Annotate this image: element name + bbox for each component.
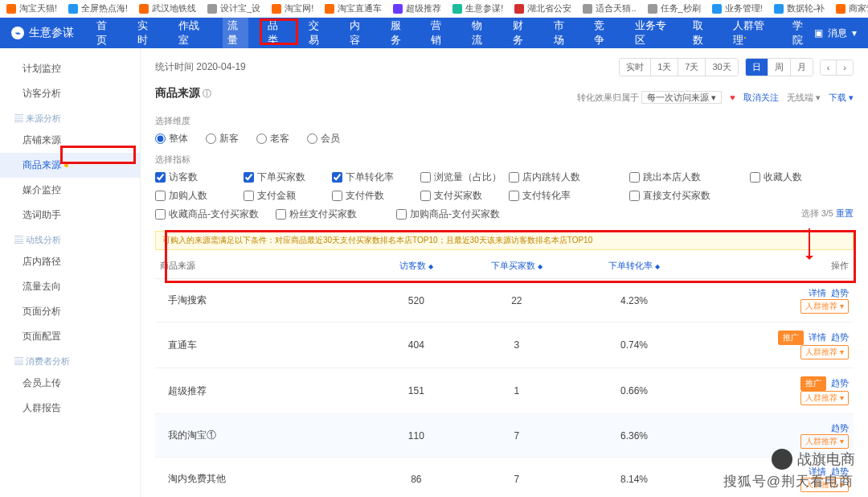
table-row: 手淘搜索 520 22 4.23% 详情趋势人群推荐 ▾ xyxy=(155,279,854,322)
metric-check[interactable]: 粉丝支付买家数 xyxy=(276,207,396,221)
metric-check[interactable]: 收藏人数 xyxy=(750,170,838,184)
dim-radio[interactable]: 老客 xyxy=(256,132,289,146)
sidebar-group: ▤ 来源分析 xyxy=(0,106,140,128)
ops-cell: 推广趋势人群推荐 ▾ xyxy=(693,368,854,414)
sidebar-item[interactable]: 页面分析 xyxy=(0,299,140,324)
app-logo: ⌁ 生意参谋 xyxy=(11,26,74,40)
crowd-button[interactable]: 人群推荐 ▾ xyxy=(800,434,849,449)
sidebar-item[interactable]: 会员上传 xyxy=(0,371,140,396)
table-row: 我的淘宝① 110 7 6.36% 趋势人群推荐 ▾ xyxy=(155,414,854,458)
top-right[interactable]: ▣ 消息 ▾ xyxy=(814,27,857,40)
metric-check[interactable]: 访客数 xyxy=(155,170,244,184)
sidebar-item[interactable]: 页面配置 xyxy=(0,324,140,349)
metric-label: 选择指标 xyxy=(155,154,854,166)
sidebar-item[interactable]: 人群报告 xyxy=(0,396,140,421)
watermark-top: 战旗电商 xyxy=(772,449,855,470)
visitors-cell: 404 xyxy=(375,322,458,368)
op-link[interactable]: 趋势 xyxy=(831,288,849,298)
time-range-seg[interactable]: 实时1天7天30天 xyxy=(619,58,739,76)
buyers-cell: 3 xyxy=(458,322,575,368)
dim-radios[interactable]: 整体新客老客会员 xyxy=(155,132,854,146)
metric-check[interactable]: 店内跳转人数 xyxy=(509,170,629,184)
sidebar: 计划监控访客分析▤ 来源分析店铺来源商品来源媒介监控选词助手▤ 动线分析店内路径… xyxy=(0,48,141,497)
highlight-arrow xyxy=(809,228,810,259)
table-row: 超级推荐 151 1 0.66% 推广趋势人群推荐 ▾ xyxy=(155,368,854,414)
buyers-cell: 22 xyxy=(458,279,575,322)
metric-check[interactable]: 支付买家数 xyxy=(420,189,509,203)
metric-check[interactable]: 加购人数 xyxy=(155,189,244,203)
metric-check[interactable]: 直接支付买家数 xyxy=(629,189,750,203)
promo-button[interactable]: 推广 xyxy=(778,331,804,345)
metric-checks[interactable]: 访客数下单买家数下单转化率浏览量（占比）店内跳转人数跳出本店人数收藏人数加购人数… xyxy=(155,170,854,226)
op-link[interactable]: 详情 xyxy=(809,332,826,342)
metric-check[interactable]: 收藏商品-支付买家数 xyxy=(155,207,276,221)
op-link[interactable]: 趋势 xyxy=(831,378,849,388)
nav-item[interactable]: 首页 xyxy=(92,10,118,55)
highlight-box-nav xyxy=(260,18,298,45)
bookmark[interactable]: 商家营销中 xyxy=(836,2,868,14)
dim-radio[interactable]: 整体 xyxy=(155,132,188,146)
visitors-cell: 151 xyxy=(375,368,458,414)
logo-icon: ⌁ xyxy=(11,27,24,39)
rate-cell: 8.14% xyxy=(575,458,693,498)
src-cell: 淘内免费其他 xyxy=(155,458,375,498)
crowd-button[interactable]: 人群推荐 ▾ xyxy=(800,391,849,405)
buyers-cell: 7 xyxy=(458,414,575,458)
dim-label: 选择维度 xyxy=(155,115,854,127)
watermark-bottom: 搜狐号@荆天看电商 xyxy=(723,472,854,491)
metric-check[interactable]: 支付件数 xyxy=(332,189,420,203)
sidebar-item[interactable]: 媒介监控 xyxy=(0,178,140,203)
metric-check[interactable]: 浏览量（占比） xyxy=(420,170,509,184)
ops-cell: 推广详情趋势人群推荐 ▾ xyxy=(693,322,854,368)
sidebar-item[interactable]: 计划监控 xyxy=(0,56,140,81)
src-cell: 直通车 xyxy=(155,322,375,368)
src-cell: 手淘搜索 xyxy=(155,279,375,322)
promo-button[interactable]: 推广 xyxy=(800,376,826,391)
conv-meta: 转化效果归属于 每一次访问来源 ▾ ♥ 取消关注 无线端 ▾ 下载 ▾ xyxy=(577,92,854,104)
sidebar-item[interactable]: 店内路径 xyxy=(0,249,140,274)
op-link[interactable]: 趋势 xyxy=(831,332,849,342)
app-title: 生意参谋 xyxy=(29,26,74,40)
metric-check[interactable]: 支付金额 xyxy=(244,189,332,203)
op-link[interactable]: 趋势 xyxy=(831,423,849,433)
sidebar-group: ▤ 消费者分析 xyxy=(0,349,140,371)
rate-cell: 4.23% xyxy=(575,279,693,322)
sidebar-item[interactable]: 流量去向 xyxy=(0,274,140,299)
unfav-link[interactable]: 取消关注 xyxy=(743,92,779,104)
sidebar-item[interactable]: 选词助手 xyxy=(0,203,140,228)
rate-cell: 0.74% xyxy=(575,322,693,368)
visitors-cell: 110 xyxy=(375,414,458,458)
dim-radio[interactable]: 会员 xyxy=(307,132,340,146)
metric-check[interactable]: 加购商品-支付买家数 xyxy=(396,207,517,221)
top-nav: ⌁ 生意参谋 首页实时作战室流量品类交易内容服务营销物流财务市场竞争业务专区取数… xyxy=(0,18,868,48)
highlight-box-sidebar xyxy=(60,146,136,164)
metric-check[interactable]: 跳出本店人数 xyxy=(629,170,750,184)
sidebar-group: ▤ 动线分析 xyxy=(0,228,140,249)
ops-cell: 详情趋势人群推荐 ▾ xyxy=(693,279,854,322)
metric-meta: 选择 3/5 重置 xyxy=(801,207,854,226)
crowd-button[interactable]: 人群推荐 ▾ xyxy=(800,345,849,359)
buyers-cell: 7 xyxy=(458,458,575,498)
dim-radio[interactable]: 新客 xyxy=(206,132,239,146)
metric-check[interactable]: 支付转化率 xyxy=(509,189,629,203)
pager[interactable]: ‹› xyxy=(820,60,854,76)
period-seg[interactable]: 日周月 xyxy=(745,58,813,76)
metric-check[interactable]: 下单买家数 xyxy=(244,170,332,184)
visitors-cell: 520 xyxy=(375,279,458,322)
sidebar-item[interactable]: 访客分析 xyxy=(0,81,140,106)
metric-check[interactable]: 下单转化率 xyxy=(332,170,420,184)
src-cell: 我的淘宝① xyxy=(155,414,375,458)
rate-cell: 6.36% xyxy=(575,414,693,458)
crowd-button[interactable]: 人群推荐 ▾ xyxy=(800,299,849,314)
section-title: 商品来源ⓘ xyxy=(155,86,211,101)
wifi-label[interactable]: 无线端 ▾ xyxy=(787,92,821,104)
heart-icon[interactable]: ♥ xyxy=(730,92,735,102)
download-link[interactable]: 下载 ▾ xyxy=(829,92,854,104)
op-link[interactable]: 详情 xyxy=(809,288,826,298)
stat-time: 统计时间 2020-04-19 xyxy=(155,60,246,74)
table-row: 直通车 404 3 0.74% 推广详情趋势人群推荐 ▾ xyxy=(155,322,854,368)
buyers-cell: 1 xyxy=(458,368,575,414)
bookmark[interactable]: 淘宝天猫! xyxy=(6,2,57,14)
conv-select[interactable]: 每一次访问来源 ▾ xyxy=(641,91,722,104)
src-cell: 超级推荐 xyxy=(155,368,375,414)
